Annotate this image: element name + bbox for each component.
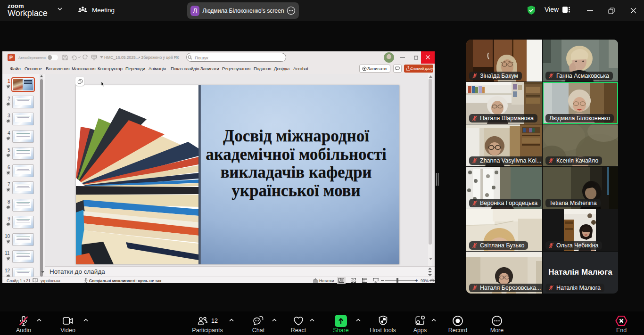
svg-text:P: P — [9, 55, 13, 60]
